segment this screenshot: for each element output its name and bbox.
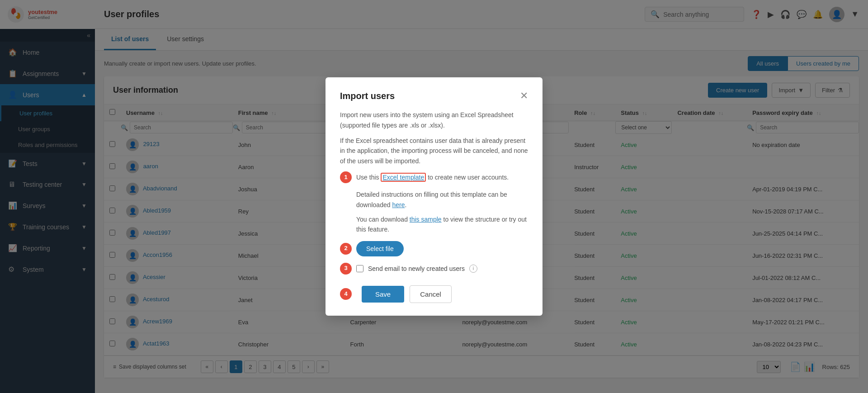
modal-desc4: Detailed instructions on filling out thi… <box>356 189 528 210</box>
step-2-row: 2 Select file <box>340 241 528 256</box>
modal-body: Import new users into the system using a… <box>340 110 528 303</box>
modal-cancel-button[interactable]: Cancel <box>410 285 452 303</box>
step-3-row: 3 Send email to newly created users i <box>340 263 528 275</box>
send-email-checkbox[interactable] <box>356 265 363 272</box>
modal-desc2: If the Excel spreadsheet contains user d… <box>340 136 528 166</box>
modal-footer: 4 Save Cancel <box>340 285 528 303</box>
modal-overlay: Import users ✕ Import new users into the… <box>0 0 868 393</box>
select-file-button[interactable]: Select file <box>356 241 404 256</box>
step-3-indicator: 3 <box>340 263 352 275</box>
modal-desc5: You can download this sample to view the… <box>356 214 528 235</box>
here-link[interactable]: here <box>392 201 405 208</box>
step-1-indicator: 1 <box>340 171 352 183</box>
this-sample-link[interactable]: this sample <box>410 216 442 223</box>
send-email-label: Send email to newly created users <box>368 264 465 274</box>
step-4-footer-indicator: 4 <box>340 288 352 300</box>
modal-header: Import users ✕ <box>340 90 528 102</box>
import-users-modal: Import users ✕ Import new users into the… <box>326 77 542 316</box>
send-email-row: Send email to newly created users i <box>356 264 477 274</box>
step-1-text: Use this Excel template to create new us… <box>356 172 509 182</box>
modal-title: Import users <box>340 91 520 101</box>
modal-save-button[interactable]: Save <box>362 286 404 303</box>
step-2-indicator: 2 <box>340 243 352 255</box>
modal-desc1: Import new users into the system using a… <box>340 110 528 130</box>
step-1-row: 1 Use this Excel template to create new … <box>340 171 528 183</box>
info-icon[interactable]: i <box>469 265 477 273</box>
excel-template-link[interactable]: Excel template <box>381 173 426 182</box>
modal-close-button[interactable]: ✕ <box>520 90 528 102</box>
